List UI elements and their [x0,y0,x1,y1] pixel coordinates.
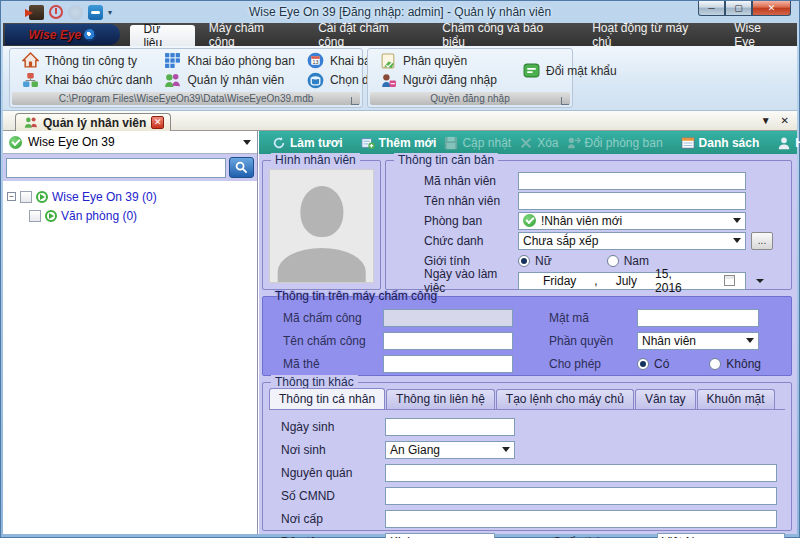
menu-tab-du-lieu[interactable]: Dữ liệu [130,25,195,46]
chevron-down-icon [733,218,741,223]
photo-group: Hình nhân viên [262,160,381,290]
origin-input[interactable] [385,464,777,482]
employee-photo-placeholder[interactable] [269,169,374,283]
birth-place-value: An Giang [390,443,440,457]
attendance-name-input[interactable] [383,332,513,350]
search-button[interactable] [229,157,254,178]
quick-access-toolbar: ▾ [29,5,112,20]
tab-contact-info[interactable]: Thông tin liên hệ [386,389,495,409]
card-id-input[interactable] [383,355,513,373]
power-icon[interactable] [49,5,63,19]
employee-toolbar: Làm tươi Thêm mới Cập nhật Xóa Đổi [259,131,797,154]
department-button[interactable]: Khai báo phòng ban [158,51,300,70]
start-date-picker[interactable]: Friday , July 15, 2016 [518,272,746,290]
tree-item-company[interactable]: − Wise Eye On 39 (0) [7,187,253,206]
issued-place-input[interactable] [385,510,777,528]
tree-checkbox[interactable] [20,191,32,203]
tab-personal-info[interactable]: Thông tin cá nhân [269,388,385,409]
department-tree: − Wise Eye On 39 (0) Văn phòng (0) [3,181,257,534]
calendar-dropdown-button[interactable] [700,275,768,286]
job-title-value: Chưa sắp xếp [523,234,598,248]
change-password-button[interactable]: Đổi mật khẩu [517,61,623,80]
green-check-icon [523,214,536,227]
menu-tab-may-cham-cong[interactable]: Máy chấm công [195,23,304,46]
add-new-icon [361,136,375,150]
birth-place-dropdown[interactable]: An Giang [385,441,515,459]
gender-female-radio[interactable] [518,255,530,267]
password-input[interactable] [637,309,759,327]
privilege-value: Nhân viên [642,334,696,348]
minimize-button[interactable]: ─ [698,1,725,16]
department-panel: Wise Eye On 39 − Wise Eye On 39 (0) [3,131,258,534]
company-combobox[interactable]: Wise Eye On 39 [3,131,257,154]
tree-expander-icon[interactable]: − [7,192,16,201]
tab-list-dropdown-icon[interactable]: ▼ [761,115,771,126]
allowed-no-radio[interactable] [709,358,721,370]
remote-support-icon[interactable] [88,5,103,20]
window-title: Wise Eye On 39 [Đăng nhập: admin] - Quản… [1,5,799,19]
login-users-button[interactable]: Người đăng nhập [374,71,503,90]
maximize-button[interactable]: ▢ [725,1,752,16]
employee-photo-icon [777,136,791,150]
job-title-more-button[interactable]: ... [751,232,773,250]
menu-tab-cai-dat[interactable]: Cài đặt chấm công [304,23,428,46]
search-input[interactable] [6,158,226,178]
menu-tab-wise-eye[interactable]: Wise Eye [720,23,797,46]
employee-manage-button[interactable]: Quản lý nhân viên [158,71,300,90]
job-title-button[interactable]: Khai báo chức danh [16,71,158,90]
date-day-year: 15, 2016 [655,267,682,295]
tree-item-van-phong[interactable]: Văn phòng (0) [7,206,253,225]
list-view-button[interactable]: Danh sách [677,136,764,150]
menu-tabs: Dữ liệu Máy chấm công Cài đặt chấm công … [130,23,797,46]
add-new-button[interactable]: Thêm mới [357,136,441,150]
dialog-launcher-icon[interactable] [561,97,569,105]
svg-text:13: 13 [312,59,318,65]
gender-male-radio[interactable] [607,255,619,267]
birth-date-input[interactable] [385,418,515,436]
employee-photo-button[interactable]: Hình nhân viên [773,136,800,150]
job-title-dropdown[interactable]: Chưa sắp xếp [518,232,746,250]
id-number-input[interactable] [385,487,777,505]
tab-quan-ly-nhan-vien[interactable]: Quản lý nhân viên ✕ [15,113,171,131]
card-id-label: Mã thẻ [283,357,383,371]
birth-date-label: Ngày sinh [281,420,385,434]
origin-label: Nguyên quán [281,466,385,480]
job-title-label: Chức danh [424,234,518,248]
eye-icon [84,29,96,41]
company-info-button[interactable]: Thông tin công ty [16,51,158,70]
ethnicity-dropdown[interactable]: Kinh [385,533,495,538]
allowed-yes-label: Có [654,357,669,371]
app-logo[interactable]: Wise Eye [5,24,120,45]
search-icon [235,161,248,174]
silhouette-head [300,186,343,238]
menu-tab-may-chu[interactable]: Hoạt động từ máy chủ [578,23,720,46]
allowed-yes-radio[interactable] [637,358,649,370]
tab-face[interactable]: Khuôn mặt [697,389,775,409]
department-value: !Nhân viên mới [541,214,622,228]
org-chart-icon [22,72,39,89]
basic-info-title: Thông tin căn bản [394,153,498,167]
date-day-name: Friday [543,274,576,288]
tree-checkbox[interactable] [29,210,41,222]
tab-fingerprint[interactable]: Vân tay [635,389,696,409]
employee-name-input[interactable] [518,192,746,210]
privilege-dropdown[interactable]: Nhân viên [637,332,759,350]
close-button[interactable]: ✕ [752,1,791,16]
green-check-icon [9,136,22,149]
menu-tab-bao-bieu[interactable]: Chấm công và báo biểu [428,23,578,46]
tab-close-icon[interactable]: ✕ [151,116,164,129]
refresh-button[interactable]: Làm tươi [268,136,347,150]
nationality-dropdown[interactable]: Việt Nam [657,533,785,538]
department-dropdown[interactable]: !Nhân viên mới [518,212,746,230]
allowed-label: Cho phép [549,357,637,371]
dialog-launcher-icon[interactable] [351,97,359,105]
permissions-button[interactable]: Phân quyền [374,52,503,71]
exit-door-icon[interactable] [29,5,44,20]
ribbon: Thông tin công ty Khai báo chức danh Kha… [3,46,797,111]
tabstrip-close-icon[interactable]: ✕ [781,115,789,126]
employee-id-input[interactable] [518,172,746,190]
change-password-icon [523,62,540,79]
tab-server-command[interactable]: Tạo lệnh cho máy chủ [496,389,634,409]
permissions-icon [380,53,397,70]
search-row [3,154,257,181]
